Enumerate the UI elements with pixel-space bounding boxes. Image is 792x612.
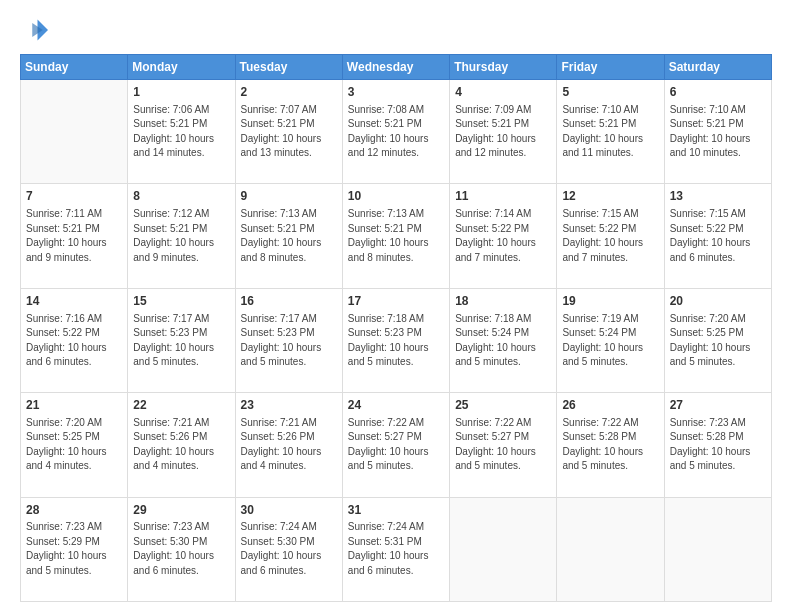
calendar-cell: 6Sunrise: 7:10 AM Sunset: 5:21 PM Daylig… (664, 80, 771, 184)
calendar-header: SundayMondayTuesdayWednesdayThursdayFrid… (21, 55, 772, 80)
weekday-wednesday: Wednesday (342, 55, 449, 80)
header (20, 16, 772, 44)
calendar-cell: 19Sunrise: 7:19 AM Sunset: 5:24 PM Dayli… (557, 288, 664, 392)
day-number: 4 (455, 84, 551, 101)
day-info: Sunrise: 7:22 AM Sunset: 5:27 PM Dayligh… (455, 416, 551, 474)
calendar-cell: 31Sunrise: 7:24 AM Sunset: 5:31 PM Dayli… (342, 497, 449, 601)
day-info: Sunrise: 7:06 AM Sunset: 5:21 PM Dayligh… (133, 103, 229, 161)
day-info: Sunrise: 7:23 AM Sunset: 5:28 PM Dayligh… (670, 416, 766, 474)
calendar-cell: 30Sunrise: 7:24 AM Sunset: 5:30 PM Dayli… (235, 497, 342, 601)
day-info: Sunrise: 7:22 AM Sunset: 5:28 PM Dayligh… (562, 416, 658, 474)
calendar-cell: 11Sunrise: 7:14 AM Sunset: 5:22 PM Dayli… (450, 184, 557, 288)
day-number: 12 (562, 188, 658, 205)
day-info: Sunrise: 7:16 AM Sunset: 5:22 PM Dayligh… (26, 312, 122, 370)
day-info: Sunrise: 7:24 AM Sunset: 5:31 PM Dayligh… (348, 520, 444, 578)
day-info: Sunrise: 7:13 AM Sunset: 5:21 PM Dayligh… (348, 207, 444, 265)
day-info: Sunrise: 7:17 AM Sunset: 5:23 PM Dayligh… (241, 312, 337, 370)
day-number: 16 (241, 293, 337, 310)
calendar-week-row: 1Sunrise: 7:06 AM Sunset: 5:21 PM Daylig… (21, 80, 772, 184)
calendar-cell: 15Sunrise: 7:17 AM Sunset: 5:23 PM Dayli… (128, 288, 235, 392)
calendar-cell: 14Sunrise: 7:16 AM Sunset: 5:22 PM Dayli… (21, 288, 128, 392)
calendar-cell (450, 497, 557, 601)
calendar-cell: 4Sunrise: 7:09 AM Sunset: 5:21 PM Daylig… (450, 80, 557, 184)
logo-icon (20, 16, 48, 44)
day-info: Sunrise: 7:19 AM Sunset: 5:24 PM Dayligh… (562, 312, 658, 370)
day-number: 27 (670, 397, 766, 414)
calendar-cell: 2Sunrise: 7:07 AM Sunset: 5:21 PM Daylig… (235, 80, 342, 184)
day-number: 26 (562, 397, 658, 414)
day-info: Sunrise: 7:11 AM Sunset: 5:21 PM Dayligh… (26, 207, 122, 265)
calendar-cell (21, 80, 128, 184)
day-info: Sunrise: 7:18 AM Sunset: 5:24 PM Dayligh… (455, 312, 551, 370)
weekday-sunday: Sunday (21, 55, 128, 80)
day-number: 5 (562, 84, 658, 101)
day-info: Sunrise: 7:12 AM Sunset: 5:21 PM Dayligh… (133, 207, 229, 265)
calendar-cell: 17Sunrise: 7:18 AM Sunset: 5:23 PM Dayli… (342, 288, 449, 392)
day-info: Sunrise: 7:24 AM Sunset: 5:30 PM Dayligh… (241, 520, 337, 578)
day-number: 9 (241, 188, 337, 205)
weekday-row: SundayMondayTuesdayWednesdayThursdayFrid… (21, 55, 772, 80)
day-info: Sunrise: 7:22 AM Sunset: 5:27 PM Dayligh… (348, 416, 444, 474)
calendar-cell: 24Sunrise: 7:22 AM Sunset: 5:27 PM Dayli… (342, 393, 449, 497)
day-number: 6 (670, 84, 766, 101)
day-info: Sunrise: 7:13 AM Sunset: 5:21 PM Dayligh… (241, 207, 337, 265)
calendar-cell: 28Sunrise: 7:23 AM Sunset: 5:29 PM Dayli… (21, 497, 128, 601)
day-number: 15 (133, 293, 229, 310)
calendar-week-row: 21Sunrise: 7:20 AM Sunset: 5:25 PM Dayli… (21, 393, 772, 497)
day-number: 10 (348, 188, 444, 205)
day-number: 28 (26, 502, 122, 519)
calendar-cell: 21Sunrise: 7:20 AM Sunset: 5:25 PM Dayli… (21, 393, 128, 497)
calendar-week-row: 7Sunrise: 7:11 AM Sunset: 5:21 PM Daylig… (21, 184, 772, 288)
day-number: 1 (133, 84, 229, 101)
day-info: Sunrise: 7:23 AM Sunset: 5:29 PM Dayligh… (26, 520, 122, 578)
day-number: 21 (26, 397, 122, 414)
day-info: Sunrise: 7:10 AM Sunset: 5:21 PM Dayligh… (670, 103, 766, 161)
calendar-cell: 12Sunrise: 7:15 AM Sunset: 5:22 PM Dayli… (557, 184, 664, 288)
day-number: 14 (26, 293, 122, 310)
day-info: Sunrise: 7:18 AM Sunset: 5:23 PM Dayligh… (348, 312, 444, 370)
weekday-saturday: Saturday (664, 55, 771, 80)
day-info: Sunrise: 7:20 AM Sunset: 5:25 PM Dayligh… (670, 312, 766, 370)
calendar-cell: 20Sunrise: 7:20 AM Sunset: 5:25 PM Dayli… (664, 288, 771, 392)
day-number: 31 (348, 502, 444, 519)
calendar-body: 1Sunrise: 7:06 AM Sunset: 5:21 PM Daylig… (21, 80, 772, 602)
day-info: Sunrise: 7:09 AM Sunset: 5:21 PM Dayligh… (455, 103, 551, 161)
day-number: 19 (562, 293, 658, 310)
calendar-cell: 18Sunrise: 7:18 AM Sunset: 5:24 PM Dayli… (450, 288, 557, 392)
weekday-tuesday: Tuesday (235, 55, 342, 80)
calendar-cell (557, 497, 664, 601)
day-number: 30 (241, 502, 337, 519)
calendar-week-row: 28Sunrise: 7:23 AM Sunset: 5:29 PM Dayli… (21, 497, 772, 601)
calendar-cell: 23Sunrise: 7:21 AM Sunset: 5:26 PM Dayli… (235, 393, 342, 497)
calendar-week-row: 14Sunrise: 7:16 AM Sunset: 5:22 PM Dayli… (21, 288, 772, 392)
calendar-cell (664, 497, 771, 601)
day-number: 22 (133, 397, 229, 414)
day-info: Sunrise: 7:14 AM Sunset: 5:22 PM Dayligh… (455, 207, 551, 265)
day-number: 25 (455, 397, 551, 414)
day-info: Sunrise: 7:21 AM Sunset: 5:26 PM Dayligh… (241, 416, 337, 474)
calendar-cell: 5Sunrise: 7:10 AM Sunset: 5:21 PM Daylig… (557, 80, 664, 184)
day-info: Sunrise: 7:21 AM Sunset: 5:26 PM Dayligh… (133, 416, 229, 474)
day-info: Sunrise: 7:07 AM Sunset: 5:21 PM Dayligh… (241, 103, 337, 161)
day-info: Sunrise: 7:10 AM Sunset: 5:21 PM Dayligh… (562, 103, 658, 161)
day-number: 8 (133, 188, 229, 205)
day-info: Sunrise: 7:15 AM Sunset: 5:22 PM Dayligh… (670, 207, 766, 265)
weekday-monday: Monday (128, 55, 235, 80)
day-number: 24 (348, 397, 444, 414)
calendar-cell: 8Sunrise: 7:12 AM Sunset: 5:21 PM Daylig… (128, 184, 235, 288)
calendar-cell: 26Sunrise: 7:22 AM Sunset: 5:28 PM Dayli… (557, 393, 664, 497)
day-number: 3 (348, 84, 444, 101)
page: SundayMondayTuesdayWednesdayThursdayFrid… (0, 0, 792, 612)
calendar-cell: 3Sunrise: 7:08 AM Sunset: 5:21 PM Daylig… (342, 80, 449, 184)
logo (20, 16, 52, 44)
day-number: 7 (26, 188, 122, 205)
calendar-cell: 13Sunrise: 7:15 AM Sunset: 5:22 PM Dayli… (664, 184, 771, 288)
day-number: 17 (348, 293, 444, 310)
calendar-cell: 27Sunrise: 7:23 AM Sunset: 5:28 PM Dayli… (664, 393, 771, 497)
weekday-friday: Friday (557, 55, 664, 80)
day-info: Sunrise: 7:08 AM Sunset: 5:21 PM Dayligh… (348, 103, 444, 161)
day-number: 23 (241, 397, 337, 414)
calendar-cell: 9Sunrise: 7:13 AM Sunset: 5:21 PM Daylig… (235, 184, 342, 288)
day-number: 11 (455, 188, 551, 205)
calendar-cell: 25Sunrise: 7:22 AM Sunset: 5:27 PM Dayli… (450, 393, 557, 497)
